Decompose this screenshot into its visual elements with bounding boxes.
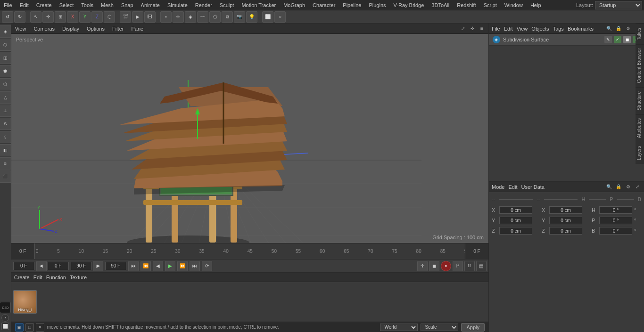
deform-button[interactable]: 〰 (197, 11, 208, 23)
gear-icon[interactable]: ⚙ (624, 25, 632, 32)
rotate-z-button[interactable]: Z (91, 11, 103, 23)
coord-h-input[interactable] (599, 206, 632, 214)
effector-button[interactable]: ⬠ (209, 11, 221, 23)
sidebar-mode-4[interactable]: ⬟ (0, 65, 11, 77)
viewport-move-button[interactable]: ✛ (469, 25, 476, 32)
apply-button[interactable]: Apply (461, 323, 485, 332)
sidebar-mode-11[interactable]: ⧈ (0, 157, 11, 170)
object-item-subdivision[interactable]: ◈ Subdivision Surface ✎ ✓ ◼ ✓ (489, 34, 644, 46)
menu-edit[interactable]: Edit (16, 1, 33, 9)
attr-menu-userdata[interactable]: User Data (521, 184, 545, 190)
vp-menu-options[interactable]: Options (83, 25, 108, 32)
menu-sculpt[interactable]: Sculpt (216, 1, 238, 9)
menu-vray[interactable]: V-Ray Bridge (390, 1, 428, 9)
menu-pipeline[interactable]: Pipeline (339, 1, 365, 9)
attr-search-icon[interactable]: 🔍 (605, 183, 613, 191)
menu-create[interactable]: Create (33, 1, 56, 9)
set-frame-end-button[interactable]: |▶ (93, 261, 103, 271)
scale-tool-button[interactable]: ⊞ (55, 11, 66, 23)
attr-maximize-icon[interactable]: ⤢ (634, 183, 641, 191)
mat-menu-edit[interactable]: Edit (33, 275, 42, 280)
menu-simulate[interactable]: Simulate (164, 1, 191, 9)
coord-y-size-input[interactable] (549, 217, 582, 224)
record-button[interactable]: ● (441, 261, 451, 271)
play-reverse-button[interactable]: ◀ (153, 261, 163, 271)
tab-takes[interactable]: Takes (636, 24, 644, 44)
go-to-start-button[interactable]: ⏮ (128, 261, 139, 271)
object-mode-button[interactable]: ⬡ (104, 11, 115, 23)
vp-menu-filter[interactable]: Filter (108, 25, 127, 32)
current-frame-input[interactable] (13, 262, 34, 270)
render-active-button[interactable]: ▶ (132, 11, 143, 23)
right-menu-tags[interactable]: Tags (553, 26, 564, 32)
menu-script[interactable]: Script (480, 1, 501, 9)
coord-p-input[interactable] (599, 217, 632, 224)
vp-menu-display[interactable]: Display (58, 25, 83, 32)
auto-keyframe-button[interactable]: P (453, 261, 463, 271)
attr-menu-mode[interactable]: Mode (492, 184, 505, 190)
sidebar-mode-5[interactable]: ⬠ (0, 78, 11, 90)
menu-plugins[interactable]: Plugins (365, 1, 389, 9)
sidebar-mode-7[interactable]: ⊥ (0, 105, 11, 117)
prev-frame-button[interactable]: ⏪ (140, 261, 151, 271)
vp-menu-panel[interactable]: Panel (127, 25, 148, 32)
tab-attributes[interactable]: Attributes (636, 114, 644, 142)
set-frame-start-button[interactable]: ◀| (36, 261, 47, 271)
timeline-ruler[interactable]: 0 5 10 15 20 25 30 35 40 45 50 55 60 65 … (11, 243, 488, 259)
menu-file[interactable]: File (0, 1, 16, 9)
render-picture-viewer[interactable]: 🎞 (144, 11, 156, 23)
menu-redshift[interactable]: Redshift (453, 1, 479, 9)
attr-gear-icon[interactable]: ⚙ (624, 183, 632, 191)
scale-dropdown[interactable]: Scale (421, 324, 458, 331)
sky-button[interactable]: ○ (274, 11, 286, 23)
sidebar-mode-1[interactable]: ◈ (0, 25, 11, 38)
right-menu-view[interactable]: View (517, 26, 528, 32)
obj-edit-btn[interactable]: ✎ (604, 36, 612, 43)
menu-mograph[interactable]: MoGraph (280, 1, 309, 9)
rotate-y-button[interactable]: Y (79, 11, 91, 23)
frame-end-input-2[interactable] (105, 262, 126, 270)
right-menu-file[interactable]: File (492, 26, 500, 32)
tab-content-browser[interactable]: Content Browser (636, 44, 644, 87)
sidebar-mode-9[interactable]: ⤹ (0, 131, 11, 143)
menu-character[interactable]: Character (309, 1, 339, 9)
frame-start-input[interactable] (48, 262, 69, 270)
move-tool-button[interactable]: ✛ (42, 11, 54, 23)
vp-menu-view[interactable]: View (11, 25, 30, 32)
coord-b-input[interactable] (599, 227, 632, 235)
coord-y-pos-input[interactable] (499, 217, 532, 224)
menu-mesh[interactable]: Mesh (97, 1, 117, 9)
viewport[interactable]: View Cameras Display Options Filter Pane… (11, 24, 488, 243)
render-region-button[interactable]: 🎬 (120, 11, 131, 23)
sidebar-mode-8[interactable]: S (0, 118, 11, 130)
light-button[interactable]: 💡 (246, 11, 257, 23)
floor-button[interactable]: ⬜ (262, 11, 273, 23)
sidebar-mode-10[interactable]: ◧ (0, 144, 11, 156)
play-button[interactable]: ▶ (165, 261, 175, 271)
camera-button[interactable]: 📷 (234, 11, 245, 23)
maximize-viewport-button[interactable]: ⤢ (459, 25, 467, 32)
menu-3dtoall[interactable]: 3DToAll (428, 1, 453, 9)
array-button[interactable]: ⧉ (222, 11, 233, 23)
pen-button[interactable]: ✏ (173, 11, 184, 23)
right-menu-objects[interactable]: Objects (531, 26, 549, 32)
frame-end-input-1[interactable] (71, 262, 92, 270)
mat-menu-create[interactable]: Create (14, 275, 30, 280)
menu-select[interactable]: Select (56, 1, 78, 9)
sidebar-mode-12[interactable]: ⬛ (0, 170, 11, 183)
snap-to-frame-button[interactable]: ✛ (417, 261, 428, 271)
menu-snap[interactable]: Snap (117, 1, 137, 9)
tab-structure[interactable]: Structure (636, 87, 644, 114)
add-keyframe-button[interactable]: ◼ (429, 261, 439, 271)
coord-z-pos-input[interactable] (499, 227, 532, 235)
cube-button[interactable]: ▪ (160, 11, 172, 23)
loop-button[interactable]: ⟳ (202, 261, 212, 271)
world-dropdown[interactable]: World (380, 324, 418, 331)
lock-icon[interactable]: 🔒 (615, 25, 622, 32)
viewport-options-button[interactable]: ≡ (478, 25, 486, 32)
sidebar-mode-2[interactable]: ⬡ (0, 39, 11, 51)
undo-button[interactable]: ↺ (2, 11, 13, 23)
scene-indicator[interactable]: □ (25, 323, 34, 332)
obj-visibility-2[interactable]: ◼ (623, 36, 631, 43)
right-menu-bookmarks[interactable]: Bookmarks (568, 26, 594, 32)
